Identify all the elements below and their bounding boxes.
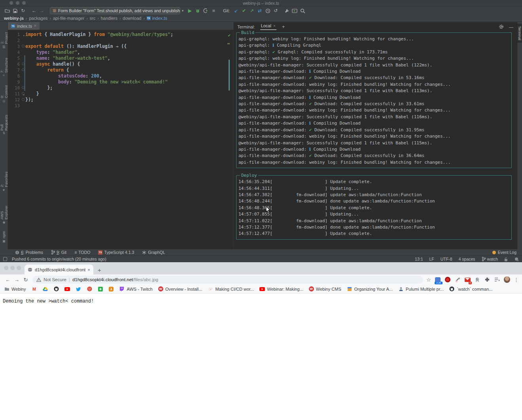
code-line[interactable]: 11▸ } (8, 91, 233, 97)
encoding-indicator[interactable]: UTF-8 (441, 257, 452, 261)
bookmark-webinar-making-[interactable]: Webinar: Making... (259, 286, 303, 292)
bookmark-drive[interactable] (42, 286, 48, 292)
git-branch-widget[interactable]: watch (482, 257, 498, 261)
toolbar-item--problems[interactable]: 6: Problems (15, 250, 43, 255)
git-push-icon[interactable]: ↗ (248, 8, 256, 13)
toolbar-item-typescript-4-1-3[interactable]: TSTypeScript 4.1.3 (98, 250, 134, 255)
browser-tab[interactable]: d1hgd8csopkt4i.cloudfront.ne × (25, 265, 93, 274)
run-button[interactable]: ▶ (186, 8, 194, 13)
profile-avatar[interactable] (504, 276, 510, 283)
code-line[interactable]: 1▸import { HandlerPlugin } from "@webiny… (8, 32, 233, 38)
minimize-panel-icon[interactable]: — (509, 25, 513, 29)
editor-tab-index-ts[interactable]: TS index.ts × (8, 22, 40, 30)
save-icon[interactable] (11, 8, 19, 14)
bookmark-webiny-cms[interactable]: WWebiny CMS (309, 286, 341, 291)
back-icon[interactable]: ← (30, 8, 38, 13)
gray-extension-icon[interactable] (474, 276, 480, 283)
breadcrumb-item[interactable]: download (123, 16, 141, 21)
breadcrumb-item[interactable]: packages (29, 16, 47, 21)
sidebar-stripe-aws-explorer[interactable]: ◉AWS Explorer (0, 198, 8, 224)
close-icon[interactable]: × (273, 24, 276, 28)
code-line[interactable]: 4 type: "handler", (8, 49, 233, 55)
bookmark--watch-comman-[interactable]: `watch` comman... (449, 286, 492, 292)
security-label[interactable]: Not Secure (44, 277, 66, 282)
bookmark-red-dot[interactable] (87, 286, 92, 292)
code-editor[interactable]: ✔ 1▸import { HandlerPlugin } from "@webi… (8, 30, 233, 249)
code-line[interactable]: 5 name: "handler-watch-test", (8, 55, 233, 61)
sync-icon[interactable]: ↻ (19, 8, 27, 13)
sidebar-stripe-2-favorites[interactable]: ★2: Favorites (0, 169, 8, 192)
window-minimize-icon[interactable] (10, 266, 15, 270)
readonly-lock-icon[interactable] (504, 257, 508, 261)
run-with-coverage-icon[interactable] (202, 8, 210, 14)
bookmark-pulumi-multiple-pr-[interactable]: Pulumi Multiple pr... (398, 286, 444, 292)
sidebar-stripe-npm[interactable]: ▣npm (2, 231, 6, 243)
terminal-settings-gear-icon[interactable] (497, 24, 505, 30)
reload-icon[interactable]: ↻ (21, 277, 30, 283)
inspection-ok-icon[interactable]: ✔ (228, 32, 231, 38)
bookmark-green-square[interactable] (98, 286, 103, 292)
breadcrumb-item[interactable]: webiny-js (4, 16, 24, 21)
address-bar[interactable]: Not Secure | d1hgd8csopkt4i.cloudfront.n… (32, 276, 423, 284)
indent-indicator[interactable]: 4 spaces (459, 257, 475, 261)
code-line[interactable]: 7 return { (8, 67, 233, 73)
breadcrumb-item[interactable]: handlers (101, 16, 117, 21)
toolbar-item--git[interactable]: 9: Git (51, 250, 66, 255)
fold-icon[interactable] (22, 86, 25, 89)
open-folder-icon[interactable] (3, 8, 11, 14)
event-log-button[interactable]: Event Log (492, 250, 516, 255)
run-anything-icon[interactable] (291, 8, 299, 14)
breadcrumb-item-file[interactable]: TSindex.ts (147, 16, 167, 21)
sidebar-stripe-7-structure[interactable]: ≡7: Structure (0, 55, 8, 76)
bookmark-gmail[interactable]: M (31, 286, 37, 292)
back-icon[interactable]: ← (3, 277, 12, 283)
bookmark-overview-install-[interactable]: WOverview - Install... (158, 286, 202, 291)
sidebar-stripe-1-project[interactable]: ▤1: Project (0, 29, 8, 49)
code-line[interactable]: 6 async handle() { (8, 61, 233, 67)
wrench-settings-icon[interactable] (283, 8, 291, 14)
sidebar-stripe-0-commit[interactable]: ◎0: Commit (0, 82, 8, 103)
terminal-output[interactable]: Build api-graphql: webiny log: Finished … (234, 31, 517, 249)
git-merge-icon[interactable]: ⇄ (256, 8, 264, 13)
mail-extension-icon[interactable]: 5 (464, 276, 471, 283)
menu-kebab-icon[interactable]: ⋮ (514, 277, 519, 283)
terminal-tab-local[interactable]: Local × (260, 23, 276, 30)
bookmark-organizing-your-a-[interactable]: Organizing Your A... (347, 286, 393, 292)
playlist-extension-icon[interactable] (494, 276, 500, 283)
code-line[interactable]: 10 }; (8, 85, 233, 91)
line-separator-indicator[interactable]: LF (429, 257, 434, 261)
bookmark-aws-twitch[interactable]: AWS - Twitch (119, 286, 152, 292)
bookmark-youtube[interactable] (64, 286, 70, 292)
code-line[interactable]: 8 statusCode: 200, (8, 73, 233, 79)
bookmark-webiny[interactable]: Webiny (4, 286, 26, 292)
git-update-icon[interactable]: ↙ (232, 8, 240, 13)
forward-icon[interactable]: → (12, 277, 21, 283)
code-line[interactable]: 2 (8, 38, 233, 44)
new-tab-button[interactable]: + (98, 267, 101, 273)
history-clock-icon[interactable] (264, 8, 272, 14)
code-line[interactable]: 13 (8, 103, 233, 109)
close-icon[interactable]: × (34, 24, 36, 28)
bookmark-making-ci-cd-wor-[interactable]: ☞Making CI/CD wor... (208, 286, 254, 292)
toolbar-item-todo[interactable]: ≡TODO (74, 250, 90, 255)
code-line[interactable]: 9 body: "Demoing the new >watch< command… (8, 79, 233, 85)
window-close-icon[interactable] (4, 266, 8, 270)
toolwindow-toggle-icon[interactable] (3, 257, 7, 261)
code-line[interactable]: 3export default (): HandlerPlugin ⇒ ({ (8, 44, 233, 49)
run-configuration-select[interactable]: Form Builder "Form" Test.should publish,… (50, 7, 180, 14)
breadcrumb-item[interactable]: src (90, 16, 96, 21)
bookmark-star-icon[interactable]: ☆ (426, 277, 431, 283)
forward-icon[interactable]: → (38, 8, 46, 13)
bookmark-github[interactable] (53, 286, 59, 292)
git-commit-icon[interactable]: ✔ (240, 8, 248, 13)
fold-icon[interactable] (22, 45, 25, 47)
code-line[interactable]: 12}); (8, 97, 233, 103)
extensions-puzzle-icon[interactable] (484, 276, 490, 283)
sidebar-stripe-pull-requests[interactable]: ⇅Pull Requests (0, 109, 8, 134)
red-o-extension-icon[interactable] (444, 276, 451, 283)
terminal-stripe-button[interactable]: Terminal (517, 24, 522, 43)
rollback-icon[interactable]: ↺ (272, 8, 280, 13)
window-zoom-icon[interactable] (17, 266, 21, 270)
search-everywhere-icon[interactable] (299, 8, 306, 14)
fold-icon[interactable] (22, 98, 25, 101)
